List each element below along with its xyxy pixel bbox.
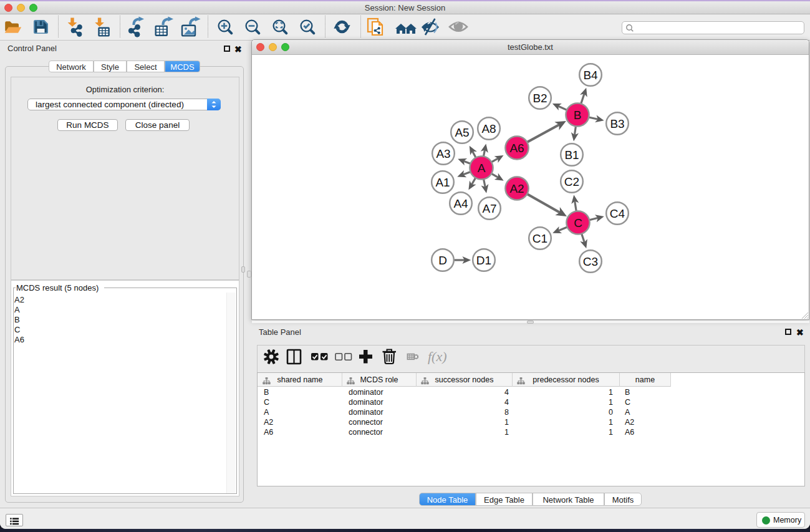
svg-text:C4: C4 [610, 207, 625, 220]
svg-text:D: D [438, 254, 447, 267]
svg-text:C3: C3 [583, 255, 598, 268]
svg-text:A7: A7 [482, 202, 496, 215]
svg-text:C1: C1 [533, 232, 547, 245]
svg-text:D1: D1 [476, 254, 491, 267]
svg-text:B1: B1 [564, 148, 579, 162]
svg-text:A3: A3 [436, 147, 450, 160]
svg-text:A5: A5 [455, 126, 469, 139]
svg-text:C2: C2 [564, 175, 579, 188]
svg-text:B: B [574, 109, 582, 122]
svg-text:B2: B2 [533, 92, 547, 105]
svg-text:A6: A6 [509, 142, 524, 155]
svg-text:A: A [478, 162, 486, 175]
svg-text:A4: A4 [453, 197, 468, 210]
svg-text:B3: B3 [610, 117, 624, 130]
svg-text:C: C [574, 216, 582, 230]
svg-text:A1: A1 [435, 176, 450, 189]
svg-text:A2: A2 [509, 182, 524, 195]
svg-text:A8: A8 [481, 122, 496, 135]
svg-text:B4: B4 [583, 69, 598, 82]
